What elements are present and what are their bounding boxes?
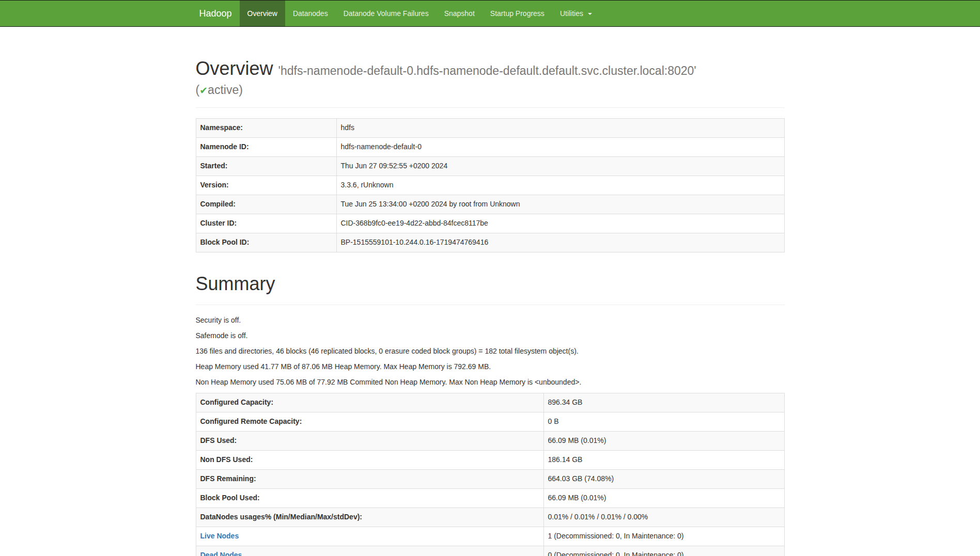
nav-link-datanode-volume-failures[interactable]: Datanode Volume Failures	[336, 1, 437, 26]
page-heading: Overview 'hdfs-namenode-default-0.hdfs-n…	[196, 58, 785, 97]
page-content: Overview 'hdfs-namenode-default-0.hdfs-n…	[188, 27, 792, 556]
row-value: CID-368b9fc0-ee19-4d22-abbd-84fcec8117be	[336, 214, 784, 233]
table-row: Namenode ID:hdfs-namenode-default-0	[196, 137, 784, 156]
summary-heading: Summary	[196, 273, 785, 294]
summary-paragraph: Safemode is off.	[196, 331, 785, 341]
row-label: Block Pool ID:	[196, 233, 336, 252]
table-row: Live Nodes1 (Decommissioned: 0, In Maint…	[196, 527, 784, 546]
summary-paragraph: 136 files and directories, 46 blocks (46…	[196, 346, 785, 357]
row-label: DFS Used:	[196, 432, 543, 451]
table-row: Version:3.3.6, rUnknown	[196, 176, 784, 195]
row-value: 0.01% / 0.01% / 0.01% / 0.00%	[543, 507, 784, 527]
row-value: 0 (Decommissioned: 0, In Maintenance: 0)	[543, 546, 784, 556]
nav-link-snapshot[interactable]: Snapshot	[437, 1, 483, 26]
navbar-menu: OverviewDatanodesDatanode Volume Failure…	[240, 1, 600, 26]
nav-link-overview[interactable]: Overview	[240, 1, 285, 26]
nav-link-startup-progress[interactable]: Startup Progress	[483, 1, 552, 26]
namenode-info-table: Namespace:hdfsNamenode ID:hdfs-namenode-…	[196, 118, 785, 252]
nav-item-overview[interactable]: Overview	[240, 1, 285, 26]
table-row: Namespace:hdfs	[196, 118, 784, 137]
row-label: Configured Capacity:	[196, 393, 543, 412]
row-label: Block Pool Used:	[196, 488, 543, 507]
caret-down-icon	[588, 13, 592, 15]
table-row: Dead Nodes0 (Decommissioned: 0, In Maint…	[196, 546, 784, 556]
table-row: Block Pool ID:BP-1515559101-10.244.0.16-…	[196, 233, 784, 252]
dead-nodes-link[interactable]: Dead Nodes	[200, 551, 242, 556]
row-value: 66.09 MB (0.01%)	[543, 432, 784, 451]
nav-item-datanodes[interactable]: Datanodes	[285, 1, 336, 26]
navbar: Hadoop OverviewDatanodesDatanode Volume …	[0, 0, 980, 27]
brand-link[interactable]: Hadoop	[192, 1, 240, 26]
row-label: Non DFS Used:	[196, 450, 543, 469]
row-label: Configured Remote Capacity:	[196, 412, 543, 432]
section-divider	[196, 107, 785, 108]
row-value: 896.34 GB	[543, 393, 784, 412]
row-value: 664.03 GB (74.08%)	[543, 469, 784, 488]
nav-item-startup-progress[interactable]: Startup Progress	[483, 1, 552, 26]
row-value: 1 (Decommissioned: 0, In Maintenance: 0)	[543, 527, 784, 546]
row-label: Started:	[196, 156, 336, 176]
table-row: Block Pool Used:66.09 MB (0.01%)	[196, 488, 784, 507]
table-row: Configured Remote Capacity:0 B	[196, 412, 784, 432]
table-row: DFS Remaining:664.03 GB (74.08%)	[196, 469, 784, 488]
row-value: 0 B	[543, 412, 784, 432]
row-value: hdfs-namenode-default-0	[336, 137, 784, 156]
row-label: Namenode ID:	[196, 137, 336, 156]
row-value: Thu Jun 27 09:52:55 +0200 2024	[336, 156, 784, 176]
row-value: 186.14 GB	[543, 450, 784, 469]
summary-paragraph: Non Heap Memory used 75.06 MB of 77.92 M…	[196, 377, 785, 388]
table-row: Non DFS Used:186.14 GB	[196, 450, 784, 469]
summary-table: Configured Capacity:896.34 GBConfigured …	[196, 393, 785, 556]
table-row: Compiled:Tue Jun 25 13:34:00 +0200 2024 …	[196, 195, 784, 214]
table-row: DFS Used:66.09 MB (0.01%)	[196, 432, 784, 451]
table-row: Cluster ID:CID-368b9fc0-ee19-4d22-abbd-8…	[196, 214, 784, 233]
row-value: 66.09 MB (0.01%)	[543, 488, 784, 507]
live-nodes-link[interactable]: Live Nodes	[200, 532, 239, 540]
summary-text-block: Security is off.Safemode is off.136 file…	[196, 315, 785, 388]
table-row: Configured Capacity:896.34 GB	[196, 393, 784, 412]
row-label: Dead Nodes	[196, 546, 543, 556]
row-label: Cluster ID:	[196, 214, 336, 233]
table-row: DataNodes usages% (Min/Median/Max/stdDev…	[196, 507, 784, 527]
summary-paragraph: Heap Memory used 41.77 MB of 87.06 MB He…	[196, 362, 785, 372]
summary-paragraph: Security is off.	[196, 315, 785, 326]
row-label: Namespace:	[196, 118, 336, 137]
check-icon: ✔	[199, 85, 208, 96]
row-label: Live Nodes	[196, 527, 543, 546]
page-title: Overview	[196, 58, 273, 79]
row-value: Tue Jun 25 13:34:00 +0200 2024 by root f…	[336, 195, 784, 214]
row-value: hdfs	[336, 118, 784, 137]
section-divider	[196, 305, 785, 305]
nav-item-snapshot[interactable]: Snapshot	[437, 1, 483, 26]
namenode-address: 'hdfs-namenode-default-0.hdfs-namenode-d…	[278, 64, 696, 77]
nav-item-utilities[interactable]: Utilities	[552, 1, 600, 26]
nav-link-datanodes[interactable]: Datanodes	[285, 1, 336, 26]
row-value: 3.3.6, rUnknown	[336, 176, 784, 195]
row-label: Version:	[196, 176, 336, 195]
nav-link-utilities[interactable]: Utilities	[552, 1, 600, 26]
table-row: Started:Thu Jun 27 09:52:55 +0200 2024	[196, 156, 784, 176]
row-label: DataNodes usages% (Min/Median/Max/stdDev…	[196, 507, 543, 527]
nav-item-datanode-volume-failures[interactable]: Datanode Volume Failures	[336, 1, 437, 26]
row-value: BP-1515559101-10.244.0.16-1719474769416	[336, 233, 784, 252]
namenode-state: (✔active)	[196, 83, 785, 97]
row-label: DFS Remaining:	[196, 469, 543, 488]
row-label: Compiled:	[196, 195, 336, 214]
